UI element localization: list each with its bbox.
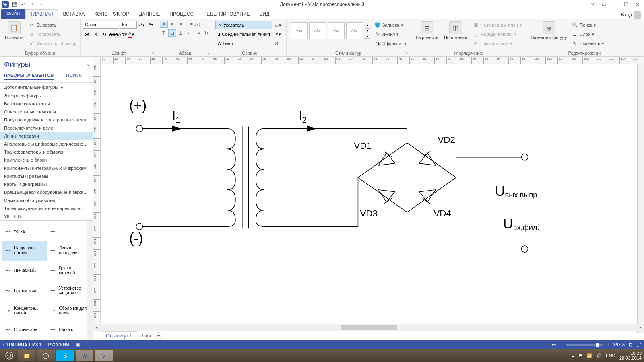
connector-tool-button[interactable]: ⅃Соединительная линия: [215, 30, 272, 39]
bold-button[interactable]: Ж: [83, 30, 91, 38]
tray-language[interactable]: ENG: [606, 353, 615, 358]
gallery-down-icon[interactable]: ▾: [365, 28, 370, 33]
minimize-icon[interactable]: —: [610, 1, 620, 8]
shape-cell[interactable]: ⊸Оболочка для надз...: [47, 300, 92, 321]
status-language[interactable]: РУССКИЙ: [48, 342, 69, 347]
tab-view[interactable]: ВИД: [255, 10, 275, 19]
stencil-more-shapes[interactable]: Дополнительные фигуры▸: [0, 83, 93, 92]
position-button[interactable]: ◫Положение: [442, 21, 470, 41]
style-item[interactable]: Абв: [291, 22, 308, 39]
scroll-right-icon[interactable]: ▸: [637, 324, 644, 331]
stencil-item[interactable]: Символы обслуживания: [0, 196, 93, 204]
vertical-ruler[interactable]: 2202182162142122102082062042022001981961…: [93, 64, 101, 324]
shape-cell[interactable]: ⊸Группа жил: [2, 280, 47, 300]
zoom-slider[interactable]: [566, 344, 603, 346]
shape-cell[interactable]: ⊸Направлен... потока: [2, 241, 47, 261]
stencil-item[interactable]: Компоненты интегральных микросхем: [0, 164, 93, 172]
tray-show-hidden-icon[interactable]: ▴: [572, 353, 574, 358]
decrease-indent-button[interactable]: ⇤: [185, 29, 193, 37]
stencil-item[interactable]: Аналоговые и цифровые логические ком...: [0, 140, 93, 148]
shape-cell[interactable]: ⊸: [47, 222, 92, 241]
align-top-button[interactable]: ⊤: [160, 29, 168, 37]
select-button[interactable]: ↖Выделить▾: [570, 39, 606, 48]
taskbar-explorer[interactable]: 📁: [18, 350, 35, 361]
add-page-button[interactable]: +: [155, 332, 162, 339]
tab-design[interactable]: КОНСТРУКТОР: [89, 10, 134, 19]
stencil-item[interactable]: Карты и диаграммы: [0, 180, 93, 188]
help-icon[interactable]: ?: [588, 1, 597, 8]
shape-cell[interactable]: ⊸Концентра... линий: [2, 300, 47, 321]
rotate-text-button[interactable]: ↻: [202, 29, 210, 37]
find-button[interactable]: 🔍Поиск▾: [570, 21, 606, 29]
stencil-item[interactable]: Телекоммуникационное переключательн...: [0, 204, 93, 212]
style-item[interactable]: Абв: [346, 22, 363, 39]
fill-button[interactable]: 🪣Заливка▾: [373, 21, 408, 29]
qat-customize-icon[interactable]: ▾: [38, 1, 44, 8]
pointer-tool-button[interactable]: ↖Указатель: [215, 21, 272, 29]
bring-front-button[interactable]: ▣На передний план▾: [471, 21, 524, 29]
horizontal-scrollbar[interactable]: ◂ ▸: [93, 324, 644, 331]
page-all-button[interactable]: Все ▴: [140, 333, 152, 338]
presentation-mode-icon[interactable]: ▭: [552, 342, 556, 348]
stencil-item[interactable]: Вращающееся оборудование и механиче...: [0, 188, 93, 196]
stencil-item[interactable]: Полупроводники и электронные лампы: [0, 116, 93, 124]
page-tab-1[interactable]: Страница-1: [101, 331, 137, 340]
close-icon[interactable]: ✕: [633, 1, 642, 8]
align-left-button[interactable]: ≡: [160, 21, 168, 28]
redo-icon[interactable]: ↷: [29, 1, 35, 8]
vertical-scrollbar[interactable]: [637, 64, 644, 333]
cut-button[interactable]: ✂Вырезать: [27, 21, 78, 29]
scroll-left-icon[interactable]: ◂: [93, 324, 100, 331]
tab-data[interactable]: ДАННЫЕ: [134, 10, 165, 19]
paste-button[interactable]: 📋 Вставить: [2, 21, 26, 41]
stencil-item[interactable]: Описательные символы: [0, 108, 93, 116]
ribbon-collapse-icon[interactable]: ▭: [599, 1, 609, 8]
group-button[interactable]: ⊞Группировать▾: [471, 39, 524, 48]
increase-indent-button[interactable]: ⇥: [194, 29, 202, 37]
tab-home[interactable]: ГЛАВНАЯ: [25, 9, 58, 19]
tray-volume-icon[interactable]: 🔊: [596, 353, 602, 358]
copy-button[interactable]: ⧉Копировать: [27, 30, 78, 39]
taskbar-word[interactable]: W: [76, 350, 93, 361]
shapes-tab-sets[interactable]: НАБОРЫ ЭЛЕМЕНТОВ: [4, 73, 54, 80]
shape-grid-scrollbar[interactable]: [87, 221, 93, 340]
tab-process[interactable]: ПРОЦЕСС: [165, 10, 198, 19]
font-name-input[interactable]: [83, 21, 119, 29]
login-link[interactable]: Вход: [621, 11, 644, 19]
fit-page-icon[interactable]: ⊡: [629, 342, 632, 348]
stencil-item[interactable]: Экспресс-фигуры: [0, 92, 93, 100]
tray-clock[interactable]: 18:23 20.03.2014: [619, 351, 642, 360]
font-dialog-launcher[interactable]: ↘: [151, 51, 156, 56]
text-tool-button[interactable]: AТекст: [215, 39, 272, 48]
hscroll-thumb[interactable]: [341, 325, 397, 330]
tray-network-icon[interactable]: 📶: [586, 353, 592, 358]
change-case-button[interactable]: Aa▾: [118, 30, 126, 38]
bullets-button[interactable]: ⋮≡: [185, 21, 193, 28]
send-back-button[interactable]: ▢На задний план▾: [471, 30, 524, 39]
layers-button[interactable]: ≣Слои▾: [570, 30, 606, 39]
paragraph-dialog-launcher[interactable]: ↘: [207, 51, 212, 56]
style-item[interactable]: Абв: [309, 22, 326, 39]
taskbar-skype[interactable]: S: [56, 350, 74, 361]
maximize-icon[interactable]: ☐: [621, 1, 631, 8]
undo-icon[interactable]: ↶: [20, 1, 27, 8]
align-center-button[interactable]: ≡: [168, 21, 176, 28]
shape-cell[interactable]: ⊸Устройство защиты о...: [47, 280, 92, 300]
macro-record-icon[interactable]: ▣: [76, 342, 80, 348]
align-right-button[interactable]: ≡: [177, 21, 185, 28]
stencil-item[interactable]: Линии передачи: [0, 132, 93, 140]
visio-app-icon[interactable]: V▸: [2, 1, 9, 8]
line-tool-button[interactable]: ✕▾: [272, 30, 284, 39]
shape-cell[interactable]: ⊸Линия/каб...: [2, 261, 47, 281]
strike-button[interactable]: abc: [109, 30, 118, 38]
stencil-item[interactable]: УКВ-СВЧ: [0, 212, 93, 220]
stencil-item[interactable]: Трансформаторы и обмотки: [0, 148, 93, 156]
grow-font-button[interactable]: A▴: [138, 21, 146, 29]
stencil-item[interactable]: Комплексные блоки: [0, 156, 93, 164]
shapes-tab-search[interactable]: ПОИСК: [66, 73, 82, 80]
format-painter-button[interactable]: 🖌Формат по образцу: [27, 39, 78, 48]
gallery-up-icon[interactable]: ▴: [365, 23, 370, 27]
stencil-item[interactable]: Базовые компоненты: [0, 100, 93, 108]
full-screen-icon[interactable]: ⛶: [636, 342, 641, 347]
connection-point-button[interactable]: ✕: [272, 39, 284, 48]
